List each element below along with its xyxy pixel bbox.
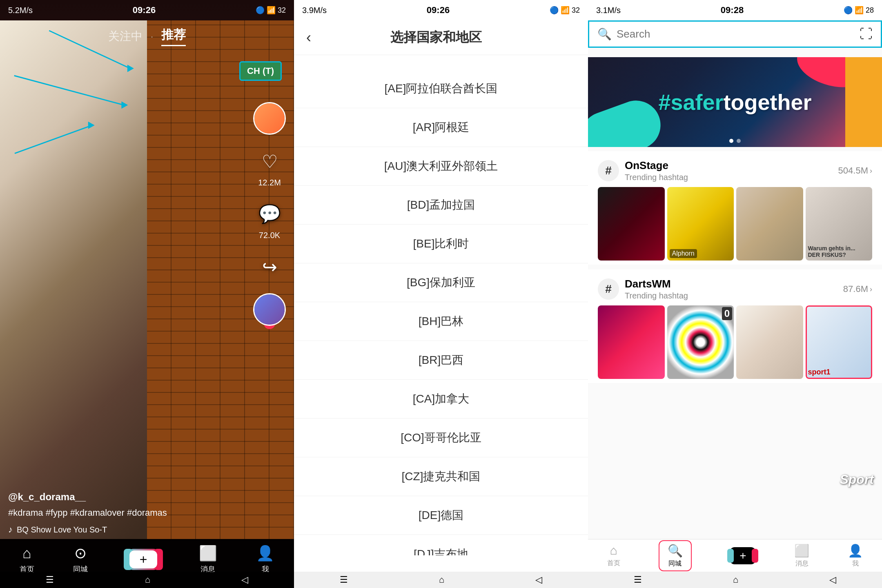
nav-profile-1[interactable]: 👤 我 [256, 545, 274, 574]
banner-prefix: #safer [658, 90, 723, 114]
fiskus-label: Warum gehts in...DER FISKUS? [808, 245, 855, 258]
home-sys-btn-3[interactable]: ⌂ [733, 575, 738, 585]
creator-username[interactable]: @k_c_dorama__ [8, 491, 249, 503]
another-avatar[interactable] [253, 293, 286, 326]
system-nav-2: ☰ ⌂ ◁ [294, 572, 588, 588]
onstage-thumb-2[interactable]: Alphorn [667, 187, 734, 261]
expand-icon[interactable]: ⛶ [860, 27, 873, 42]
highlight-box [806, 305, 873, 379]
nav-messages-3[interactable]: ⬜ 消息 [794, 543, 809, 568]
onstage-count: 504.5M › [838, 165, 872, 176]
country-dj[interactable]: [DJ]吉布地 [294, 535, 588, 555]
create-button-3[interactable]: + [730, 547, 756, 564]
nav-home-3[interactable]: ⌂ 首页 [607, 543, 620, 568]
comment-action[interactable]: 💬 72.0K [255, 200, 284, 240]
region-badge[interactable]: CH (T) [239, 61, 282, 81]
sport-label-container: Sport [840, 473, 874, 486]
creator-avatar[interactable] [253, 102, 286, 135]
nav-profile-3[interactable]: 👤 我 [848, 543, 863, 568]
trending-onstage-header: # OnStage Trending hashtag 504.5M › [598, 159, 872, 182]
messages-label-3: 消息 [795, 559, 808, 568]
menu-sys-btn[interactable]: ☰ [46, 575, 54, 585]
system-nav-1: ☰ ⌂ ◁ [0, 572, 294, 588]
nav-add-3[interactable]: + [730, 547, 756, 564]
onstage-title: OnStage [625, 159, 688, 172]
trending-section: # OnStage Trending hashtag 504.5M › [588, 147, 882, 539]
network-speed-2: 3.9M/s [302, 6, 327, 15]
status-bar-3: 3.1M/s 09:28 🔵 📶 28 [588, 0, 882, 20]
onstage-thumb-3[interactable] [736, 187, 803, 261]
dartswm-title: DartsWM [625, 278, 688, 290]
like-action[interactable]: ♡ 12.2M [255, 147, 284, 187]
nearby-label-3: 同城 [668, 559, 682, 568]
trending-onstage[interactable]: # OnStage Trending hashtag 504.5M › [588, 151, 882, 265]
time-2: 09:26 [427, 5, 450, 16]
nav-nearby-3[interactable]: 🔍 同城 [659, 540, 692, 571]
trending-onstage-left: # OnStage Trending hashtag [598, 159, 688, 182]
back-sys-btn-3[interactable]: ◁ [829, 575, 836, 585]
panel-2-country-selector: 3.9M/s 09:26 🔵 📶 32 ‹ 选择国家和地区 [AE]阿拉伯联合酋… [294, 0, 588, 588]
trending-onstage-info: OnStage Trending hashtag [625, 159, 688, 182]
time-1: 09:26 [133, 5, 156, 16]
search-input[interactable] [617, 28, 860, 40]
country-au[interactable]: [AU]澳大利亚外部领土 [294, 147, 588, 186]
tab-following[interactable]: 关注中 [108, 29, 143, 44]
teal-shape [588, 94, 667, 147]
country-be[interactable]: [BE]比利时 [294, 225, 588, 263]
create-button[interactable]: + [127, 549, 160, 570]
avatar-2 [253, 293, 286, 326]
tab-recommended[interactable]: 推荐 [161, 27, 186, 46]
country-br[interactable]: [BR]巴西 [294, 341, 588, 380]
share-action[interactable]: ↪ [255, 252, 284, 281]
nav-add-1[interactable]: + [127, 549, 160, 570]
dartswm-subtitle: Trending hashtag [625, 291, 688, 301]
back-sys-btn-2[interactable]: ◁ [535, 575, 542, 585]
status-icons-1: 🔵 📶 32 [256, 6, 286, 15]
dartswm-thumb-4[interactable]: sport1 [806, 305, 873, 379]
home-sys-btn[interactable]: ⌂ [145, 575, 150, 585]
country-de[interactable]: [DE]德国 [294, 496, 588, 535]
country-ca[interactable]: [CA]加拿大 [294, 380, 588, 419]
banner-pagination [729, 139, 741, 143]
search-icon-nearby: 🔍 [668, 543, 683, 558]
search-bar[interactable]: 🔍 ⛶ [588, 20, 882, 48]
country-bd[interactable]: [BD]孟加拉国 [294, 186, 588, 225]
onstage-thumb-1[interactable] [598, 187, 665, 261]
dartswm-thumb-1[interactable] [598, 305, 665, 379]
network-speed-3: 3.1M/s [596, 6, 621, 15]
page-title-country: 选择国家和地区 [319, 29, 553, 47]
dartswm-thumb-3[interactable] [736, 305, 803, 379]
menu-sys-btn-2[interactable]: ☰ [340, 575, 348, 585]
country-cz[interactable]: [CZ]捷克共和国 [294, 457, 588, 496]
onstage-thumbnails: Alphorn Warum gehts in...DER FISKUS? [598, 187, 872, 261]
menu-sys-btn-3[interactable]: ☰ [634, 575, 642, 585]
country-list[interactable]: [AE]阿拉伯联合酋长国 [AR]阿根廷 [AU]澳大利亚外部领土 [BD]孟加… [294, 69, 588, 555]
country-ar[interactable]: [AR]阿根廷 [294, 108, 588, 147]
home-sys-btn-2[interactable]: ⌂ [439, 575, 444, 585]
dartswm-thumb-2[interactable]: 0 [667, 305, 734, 379]
back-button[interactable]: ‹ [306, 29, 311, 46]
back-sys-btn[interactable]: ◁ [241, 575, 248, 585]
country-co[interactable]: [CO]哥哥伦比亚 [294, 419, 588, 457]
nav-messages-1[interactable]: ⬜ 消息 [199, 545, 217, 574]
trending-dartswm[interactable]: # DartsWM Trending hashtag 87.6M › [588, 270, 882, 383]
system-nav-3: ☰ ⌂ ◁ [588, 572, 882, 588]
hashtag-icon-dartswm: # [598, 278, 619, 300]
video-content [0, 20, 294, 539]
nav-nearby-1[interactable]: ⊙ 同城 [73, 545, 88, 574]
video-hashtags: #kdrama #fypp #kdramalover #doramas [8, 506, 249, 519]
like-count: 12.2M [258, 178, 281, 187]
network-speed-1: 5.2M/s [8, 6, 33, 15]
country-bh[interactable]: [BH]巴林 [294, 302, 588, 341]
onstage-arrow: › [870, 167, 872, 175]
music-info[interactable]: ♪ BQ Show Love You So-T [8, 524, 249, 535]
nav-home-1[interactable]: ⌂ 首页 [20, 545, 34, 574]
status-bar-1: 5.2M/s 09:26 🔵 📶 32 [0, 0, 294, 20]
profile-label-3: 我 [852, 559, 859, 568]
country-ae[interactable]: [AE]阿拉伯联合酋长国 [294, 69, 588, 108]
onstage-thumb-4[interactable]: Warum gehts in...DER FISKUS? [806, 187, 873, 261]
avatar-item[interactable]: + [253, 102, 286, 135]
comment-icon: 💬 [255, 200, 284, 228]
country-bg[interactable]: [BG]保加利亚 [294, 263, 588, 302]
trending-dartswm-left: # DartsWM Trending hashtag [598, 278, 688, 301]
